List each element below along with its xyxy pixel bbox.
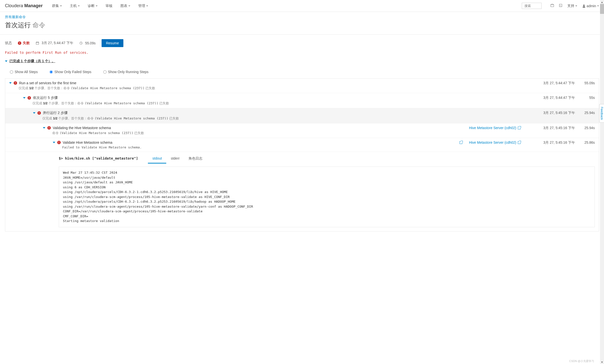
logo-text-bold: Manager <box>24 3 43 8</box>
step-subtext: 命令 (Validate Hive Metastore schema (237)… <box>52 131 469 135</box>
chevron-down-icon[interactable] <box>33 112 35 114</box>
nav-admin[interactable]: 管理 <box>135 1 152 11</box>
calendar-icon <box>36 41 39 45</box>
step-time: 3月 27, 5:45:16 下午 <box>535 126 575 130</box>
step-header[interactable]: Validating the Hive Metastore schema <box>43 126 469 130</box>
chevron-down-icon <box>5 60 7 62</box>
status-duration-text: 55.09s <box>85 41 96 45</box>
chevron-down-icon[interactable] <box>53 142 55 143</box>
step-time: 3月 27, 5:45:16 下午 <box>535 140 575 145</box>
step-duration: 55s <box>575 96 595 100</box>
step-header[interactable]: 并行运行 2 步骤 <box>33 111 535 115</box>
step-title: Validate Hive Metastore schema <box>63 140 112 144</box>
output-tabs: stdoutstderr角色日志 <box>148 154 207 164</box>
output-box[interactable]: Wed Mar 27 17:45:32 CST 2024 JAVA_HOME=/… <box>59 167 595 227</box>
step-row: 依次运行 5 步骤仅完成 1/2 个步骤。首个失败：命令 (Validate H… <box>5 93 599 108</box>
step-link[interactable]: Hive Metastore Server (cdh02) <box>469 126 521 130</box>
filter-running[interactable]: Show Only Running Steps <box>103 70 148 74</box>
chevron-down-icon[interactable] <box>43 127 45 129</box>
step-row: Validate Hive Metastore schemaFailed to … <box>5 138 599 152</box>
external-link-icon <box>518 127 521 129</box>
step-main: Validate Hive Metastore schemaFailed to … <box>9 140 460 149</box>
chevron-down-icon <box>60 5 62 6</box>
content: 所有最新命令 首次运行 命令 状态 失败 3月 27, 5:44:47 下午 5… <box>0 12 604 234</box>
title-main: 首次运行 <box>5 21 31 29</box>
status-row: 状态 失败 3月 27, 5:44:47 下午 55.09s Resume <box>5 39 599 47</box>
parcels-icon[interactable] <box>550 4 554 8</box>
nav-label: 审核 <box>106 4 112 8</box>
step-header[interactable]: 依次运行 5 步骤 <box>23 96 535 100</box>
search-input[interactable] <box>522 3 542 9</box>
step-main: Run a set of services for the first time… <box>9 81 535 90</box>
user-menu[interactable]: admin <box>582 4 599 8</box>
radio-running[interactable] <box>103 70 107 74</box>
scroll-up-icon[interactable]: ▲ <box>600 0 604 4</box>
step-header[interactable]: Validate Hive Metastore schema <box>53 140 460 144</box>
page-title: 首次运行 命令 <box>5 21 599 29</box>
tab-stderr[interactable]: stderr <box>166 154 184 164</box>
header: Cloudera Manager 群集 主机 诊断 审核 图表 管理 支持 ad… <box>0 0 604 12</box>
tab-角色日志[interactable]: 角色日志 <box>184 154 207 164</box>
status-label: 状态 <box>5 41 12 45</box>
step-time: 3月 27, 5:45:16 下午 <box>535 111 575 115</box>
step-subtext: 仅完成 1/2 个步骤。首个失败：命令 (Validate Hive Metas… <box>32 101 535 106</box>
radio-all[interactable] <box>10 70 13 74</box>
scroll-thumb[interactable] <box>600 4 604 14</box>
steps-tree: Run a set of services for the first time… <box>5 78 599 231</box>
header-right: 支持 admin <box>522 3 599 9</box>
nav-diagnostics[interactable]: 诊断 <box>84 1 101 11</box>
radio-failed[interactable] <box>50 70 53 74</box>
nav: 群集 主机 诊断 审核 图表 管理 <box>49 1 522 11</box>
error-message: Failed to perform First Run of services. <box>5 51 599 55</box>
step-time: 3月 27, 5:44:47 下午 <box>535 96 575 100</box>
command-row: $> hive/hive.sh ["validate_metastore"]st… <box>55 152 599 164</box>
nav-clusters[interactable]: 群集 <box>49 1 65 11</box>
error-icon <box>14 81 17 85</box>
step-subtext: Failed to Validate Hive Metastore schema… <box>62 145 460 149</box>
running-commands-icon[interactable] <box>559 4 562 8</box>
status-datetime-text: 3月 27, 5:44:47 下午 <box>42 41 73 45</box>
filter-row: Show All Steps Show Only Failed Steps Sh… <box>5 68 599 78</box>
completed-steps-toggle[interactable]: 已完成 1 个步骤（共 1 个）。 <box>5 59 599 63</box>
user-icon <box>582 4 586 8</box>
step-link[interactable]: Hive Metastore Server (cdh02) <box>460 140 521 144</box>
step-row: Validating the Hive Metastore schema命令 (… <box>5 123 599 138</box>
filter-all[interactable]: Show All Steps <box>10 70 38 74</box>
nav-label: 主机 <box>70 4 77 8</box>
chevron-down-icon <box>597 5 599 6</box>
step-duration: 25.94s <box>575 126 595 130</box>
step-title: 依次运行 5 步骤 <box>33 96 58 100</box>
step-header[interactable]: Run a set of services for the first time <box>9 81 535 85</box>
error-icon <box>18 41 21 45</box>
chevron-down-icon[interactable] <box>9 82 12 84</box>
error-icon <box>47 126 51 130</box>
title-sub: 命令 <box>31 21 45 29</box>
breadcrumb[interactable]: 所有最新命令 <box>5 15 599 19</box>
tab-stdout[interactable]: stdout <box>148 154 166 164</box>
chevron-down-icon[interactable] <box>23 97 26 99</box>
error-icon <box>37 111 41 115</box>
error-icon <box>27 96 31 100</box>
completed-text: 已完成 1 个步骤（共 1 个）。 <box>9 59 55 63</box>
support-menu[interactable]: 支持 <box>567 4 577 8</box>
user-label: admin <box>587 4 596 8</box>
logo[interactable]: Cloudera Manager <box>5 3 43 8</box>
status-datetime: 3月 27, 5:44:47 下午 <box>36 41 73 45</box>
step-title: 并行运行 2 步骤 <box>43 111 68 115</box>
nav-hosts[interactable]: 主机 <box>66 1 83 11</box>
svg-rect-1 <box>559 4 562 7</box>
svg-point-2 <box>583 4 584 6</box>
nav-label: 诊断 <box>88 4 95 8</box>
resume-button[interactable]: Resume <box>102 39 123 47</box>
step-main: 依次运行 5 步骤仅完成 1/2 个步骤。首个失败：命令 (Validate H… <box>9 96 535 106</box>
filter-failed[interactable]: Show Only Failed Steps <box>50 70 91 74</box>
nav-audits[interactable]: 审核 <box>102 1 116 11</box>
chevron-down-icon <box>128 5 130 6</box>
external-link-icon <box>460 141 462 144</box>
feedback-tab[interactable]: Feedback <box>599 104 604 123</box>
nav-charts[interactable]: 图表 <box>117 1 134 11</box>
external-link-icon <box>518 141 521 144</box>
error-icon <box>57 141 61 144</box>
step-row: Run a set of services for the first time… <box>5 79 599 93</box>
chevron-down-icon <box>96 5 98 6</box>
